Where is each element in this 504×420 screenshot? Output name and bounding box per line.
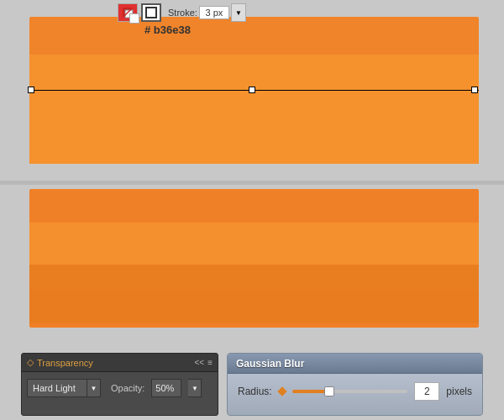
transparency-body: Hard Light ▼ Opacity: 50% ▼	[22, 372, 218, 404]
transparency-header: ◇ Transparency << ≡	[22, 354, 218, 372]
toolbar-strip: Stroke: 3 px ▼	[118, 0, 246, 25]
canvas-top: Stroke: 3 px ▼ # b36e38	[0, 0, 504, 181]
color-hex: # b36e38	[144, 24, 191, 36]
radius-value[interactable]: 2	[414, 382, 439, 401]
transparency-title-label: Transparency	[37, 358, 93, 368]
fill-button[interactable]	[118, 3, 138, 22]
radius-icon	[277, 386, 286, 396]
opacity-value[interactable]: 50%	[151, 379, 181, 397]
stroke-label: Stroke:	[168, 8, 197, 18]
stroke-button[interactable]	[141, 3, 161, 22]
svg-rect-3	[146, 8, 156, 18]
radius-label: Radius:	[238, 386, 272, 397]
opacity-arrow[interactable]: ▼	[188, 379, 202, 397]
gaussian-header: Gaussian Blur	[228, 354, 482, 374]
selection-handle-mid[interactable]	[249, 87, 255, 93]
shape-front-top	[29, 55, 479, 164]
opacity-label: Opacity:	[111, 383, 144, 393]
canvas-bottom	[0, 185, 504, 340]
panel-menu-button[interactable]: ≡	[207, 358, 213, 367]
blend-mode-arrow[interactable]: ▼	[87, 379, 101, 397]
radius-slider[interactable]	[292, 390, 408, 393]
selection-handle-right[interactable]	[471, 87, 478, 93]
diamond-icon: ◇	[27, 357, 34, 368]
gaussian-blur-panel: Gaussian Blur Radius: 2 pixels	[227, 353, 483, 416]
gaussian-body: Radius: 2 pixels	[228, 374, 482, 409]
panel-controls: << ≡	[194, 358, 213, 367]
blend-mode-value[interactable]: Hard Light	[27, 379, 87, 397]
stroke-dropdown-arrow[interactable]: ▼	[231, 3, 246, 22]
gaussian-title: Gaussian Blur	[236, 358, 304, 370]
pixels-label: pixels	[446, 386, 472, 397]
radius-slider-thumb[interactable]	[324, 386, 334, 396]
transparency-panel: ◇ Transparency << ≡ Hard Light ▼ Opacity…	[21, 353, 218, 416]
stroke-value[interactable]: 3 px	[199, 6, 229, 19]
blend-mode-dropdown: Hard Light ▼	[27, 379, 101, 397]
shape-front-bottom	[29, 265, 479, 323]
transparency-title: ◇ Transparency	[27, 357, 93, 368]
collapse-button[interactable]: <<	[194, 358, 204, 367]
selection-handle-left[interactable]	[28, 87, 34, 93]
stroke-dropdown: Stroke: 3 px ▼	[165, 3, 246, 22]
